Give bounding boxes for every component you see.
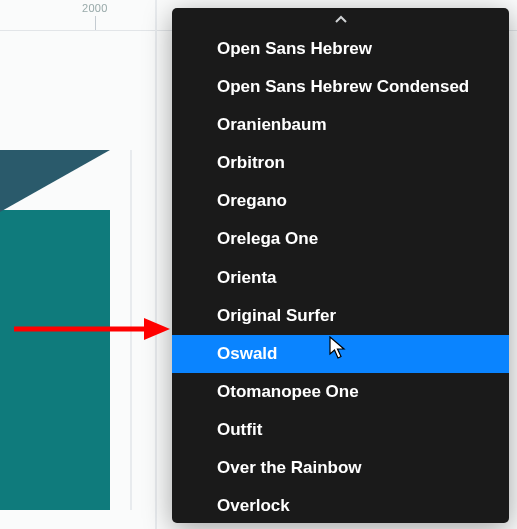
canvas-design-preview	[0, 150, 132, 510]
font-item-overlock[interactable]: Overlock	[172, 487, 509, 523]
font-dropdown[interactable]: Open Sans Hebrew Open Sans Hebrew Conden…	[172, 8, 509, 523]
font-item-oswald[interactable]: Oswald	[172, 335, 509, 373]
svg-rect-0	[0, 210, 110, 510]
font-item-orelega-one[interactable]: Orelega One	[172, 220, 509, 258]
font-item-open-sans-hebrew[interactable]: Open Sans Hebrew	[172, 30, 509, 68]
font-item-orienta[interactable]: Orienta	[172, 259, 509, 297]
font-item-original-surfer[interactable]: Original Surfer	[172, 297, 509, 335]
font-item-orbitron[interactable]: Orbitron	[172, 144, 509, 182]
font-list: Open Sans Hebrew Open Sans Hebrew Conden…	[172, 30, 509, 523]
font-item-open-sans-hebrew-condensed[interactable]: Open Sans Hebrew Condensed	[172, 68, 509, 106]
ruler-tick-2000: 2000	[82, 2, 108, 14]
dropdown-scroll-up[interactable]	[172, 8, 509, 30]
font-item-oranienbaum[interactable]: Oranienbaum	[172, 106, 509, 144]
font-item-oregano[interactable]: Oregano	[172, 182, 509, 220]
svg-marker-4	[144, 318, 170, 340]
panel-divider	[155, 0, 157, 529]
chevron-up-icon	[334, 14, 348, 24]
font-item-otomanopee-one[interactable]: Otomanopee One	[172, 373, 509, 411]
font-item-outfit[interactable]: Outfit	[172, 411, 509, 449]
font-item-over-the-rainbow[interactable]: Over the Rainbow	[172, 449, 509, 487]
